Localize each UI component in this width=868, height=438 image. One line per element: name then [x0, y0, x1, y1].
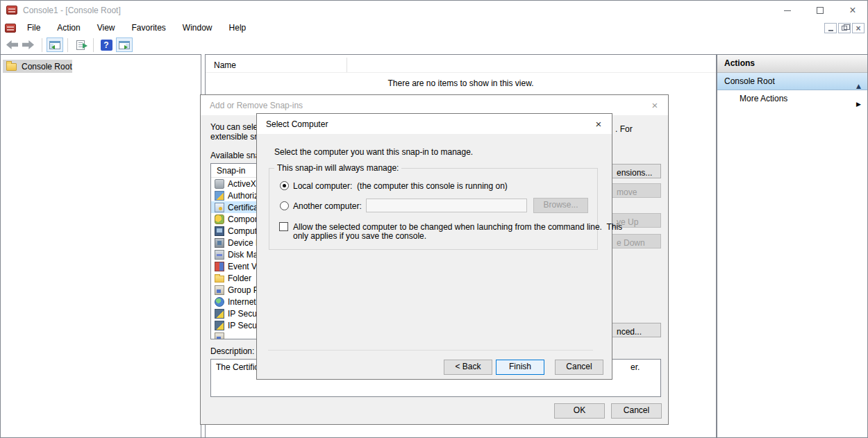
toolbar-separator [67, 38, 68, 52]
maximize-button[interactable] [808, 1, 832, 20]
snapin-label: Authoriz [228, 191, 258, 201]
menu-file[interactable]: File [22, 21, 46, 35]
mdi-minimize-button[interactable] [824, 23, 837, 33]
menu-bar: File Action View Favorites Window Help × [1, 20, 867, 35]
snapins-intro-line1: You can sele [210, 122, 258, 132]
more-actions-item[interactable]: More Actions ▶ [717, 90, 867, 108]
mmc-app-icon [6, 6, 17, 15]
tree-item-console-root[interactable]: Console Root [3, 60, 72, 73]
snapin-label: Compon [228, 214, 259, 224]
event-viewer-icon [215, 262, 224, 271]
menu-help[interactable]: Help [224, 21, 252, 35]
snapins-dialog-close-icon[interactable]: × [647, 99, 662, 112]
finish-button[interactable]: Finish [496, 360, 544, 375]
column-header-name[interactable]: Name [214, 60, 236, 70]
select-computer-title: Select Computer [266, 119, 328, 129]
mdi-restore-icon [842, 26, 847, 31]
back-arrow-icon[interactable] [6, 40, 18, 49]
remove-label: move [617, 186, 637, 198]
actions-panel: Actions Console Root ▲ More Actions ▶ [717, 54, 867, 438]
snapin-label: ActiveX [228, 179, 256, 189]
mdi-child-icon [5, 24, 16, 33]
allow-change-label-line1[interactable]: Allow the selected computer to be change… [293, 222, 622, 232]
local-computer-label[interactable]: Local computer: (the computer this conso… [293, 181, 508, 191]
tree-item-label: Console Root [22, 62, 72, 71]
snapin-icon [215, 332, 224, 340]
another-computer-label[interactable]: Another computer: [293, 201, 362, 211]
menu-window[interactable]: Window [177, 21, 218, 35]
snapin-label: Comput [228, 226, 257, 236]
column-header-row: Name [206, 56, 716, 73]
actions-group-label: Console Root [724, 76, 775, 86]
mdi-minimize-icon [828, 30, 833, 31]
available-snapins-label: Available sna [210, 151, 260, 160]
minimize-button[interactable] [776, 1, 799, 20]
cancel-button[interactable]: Cancel [555, 360, 603, 375]
certificates-icon [215, 203, 224, 212]
back-button[interactable]: < Back [444, 360, 492, 375]
toolbar-separator [93, 38, 94, 52]
description-label: Description: [210, 346, 254, 356]
select-computer-titlebar[interactable]: Select Computer × [257, 114, 612, 134]
snapins-cancel-button[interactable]: Cancel [611, 403, 662, 419]
browse-button[interactable]: Browse... [533, 198, 588, 213]
snapin-label: Certifica [228, 203, 258, 212]
mdi-restore-button[interactable] [838, 23, 851, 33]
local-computer-radio[interactable] [280, 181, 289, 190]
snapins-ok-button[interactable]: OK [554, 403, 605, 419]
action-pane-icon [119, 41, 130, 49]
snapins-intro-fragment: . For [615, 124, 633, 134]
mmc-window: Console1 - [Console Root] × File Action … [0, 0, 868, 438]
mdi-close-button[interactable]: × [852, 23, 865, 33]
select-computer-dialog: Select Computer × Select the computer yo… [256, 113, 612, 380]
export-list-button[interactable] [72, 37, 89, 52]
forward-arrow-icon[interactable] [22, 40, 34, 49]
description-text-left: The Certific [216, 362, 258, 372]
menu-action[interactable]: Action [51, 21, 85, 35]
activex-icon [215, 179, 224, 189]
folder-icon [6, 63, 17, 71]
advanced-label: nced... [617, 326, 642, 337]
mdi-close-icon: × [856, 25, 860, 32]
snapins-intro-line2: extensible sn [210, 132, 259, 142]
empty-view-message: There are no items to show in this view. [206, 78, 716, 88]
move-down-label: e Down [617, 237, 645, 249]
menu-favorites[interactable]: Favorites [126, 21, 172, 35]
another-computer-input[interactable] [366, 199, 527, 212]
computer-management-icon [215, 226, 224, 236]
dialog-separator [268, 350, 593, 351]
internet-icon [215, 297, 224, 307]
column-divider[interactable] [347, 58, 347, 72]
menu-view[interactable]: View [92, 21, 121, 35]
more-actions-label: More Actions [740, 94, 787, 103]
disk-management-icon [215, 250, 224, 260]
snapin-label: Internet [228, 297, 256, 307]
console-tree-icon [49, 41, 60, 49]
component-services-icon [215, 214, 224, 224]
show-action-pane-button[interactable] [116, 37, 133, 52]
window-title: Console1 - [Console Root] [23, 6, 121, 15]
close-button[interactable]: × [841, 1, 865, 20]
actions-group-console-root[interactable]: Console Root ▲ [717, 73, 867, 90]
snapins-dialog-title: Add or Remove Snap-ins [210, 101, 303, 110]
ip-security-icon [215, 321, 224, 330]
help-button[interactable]: ? [98, 37, 115, 52]
select-computer-close-icon[interactable]: × [591, 117, 606, 131]
group-policy-icon [215, 285, 224, 295]
folder-icon [215, 276, 224, 283]
groupbox-label: This snap-in will always manage: [274, 163, 401, 173]
snapin-label: Folder [228, 273, 251, 283]
device-manager-icon [215, 238, 224, 248]
select-computer-instruction: Select the computer you want this snap-i… [274, 147, 473, 157]
allow-change-label-line2[interactable]: only applies if you save the console. [293, 231, 426, 241]
title-bar: Console1 - [Console Root] × [1, 1, 867, 20]
mdi-window-controls: × [824, 23, 865, 33]
snapin-label: IP Secur [228, 309, 260, 319]
snapin-label: Group P [228, 285, 259, 295]
show-console-tree-button[interactable] [47, 37, 63, 52]
ip-security-icon [215, 309, 224, 319]
snapin-label: Event Vi [228, 262, 258, 271]
another-computer-radio[interactable] [280, 201, 289, 210]
allow-change-checkbox[interactable] [279, 222, 288, 231]
snapins-dialog-titlebar[interactable]: Add or Remove Snap-ins × [201, 95, 668, 115]
